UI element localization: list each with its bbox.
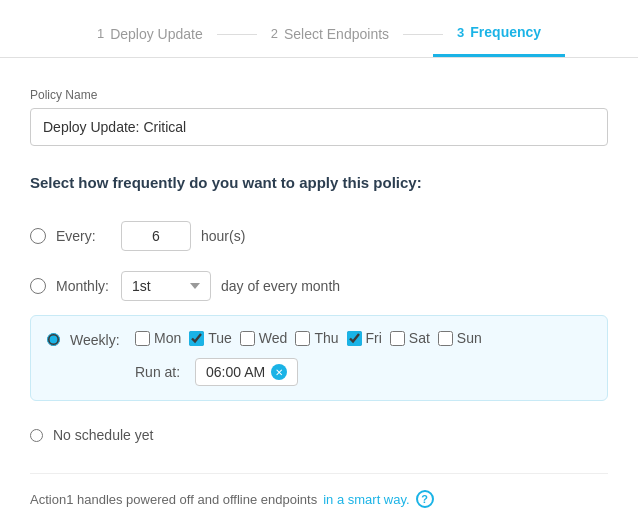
no-schedule-radio[interactable] [30, 429, 43, 442]
label-mon: Mon [154, 330, 181, 346]
time-value: 06:00 AM [206, 364, 265, 380]
every-option-row: Every: hour(s) [30, 211, 608, 261]
step-3-label: Frequency [470, 24, 541, 40]
run-at-label: Run at: [135, 364, 185, 380]
days-row: Mon Tue Wed Thu [135, 330, 482, 346]
monthly-suffix-label: day of every month [221, 278, 340, 294]
day-fri: Fri [347, 330, 382, 346]
every-label: Every: [56, 228, 111, 244]
days-checkboxes: Mon Tue Wed Thu [135, 330, 482, 386]
label-thu: Thu [314, 330, 338, 346]
weekly-option-row: Weekly: Mon Tue Wed [47, 330, 591, 386]
weekly-label: Weekly: [70, 330, 125, 348]
checkbox-fri[interactable] [347, 331, 362, 346]
monthly-label: Monthly: [56, 278, 111, 294]
day-mon: Mon [135, 330, 181, 346]
label-wed: Wed [259, 330, 288, 346]
no-schedule-row: No schedule yet [30, 417, 608, 453]
footer-link[interactable]: in a smart way. [323, 492, 409, 507]
monthly-option-row: Monthly: 1st 2nd 3rd 4th 5th 10th 15th 2… [30, 261, 608, 311]
time-clear-button[interactable]: ✕ [271, 364, 287, 380]
label-sun: Sun [457, 330, 482, 346]
footer-info: Action1 handles powered off and offline … [30, 473, 608, 508]
every-value-input[interactable] [121, 221, 191, 251]
label-sat: Sat [409, 330, 430, 346]
monthly-radio[interactable] [30, 278, 46, 294]
policy-name-field: Policy Name [30, 88, 608, 146]
frequency-title: Select how frequently do you want to app… [30, 174, 608, 191]
day-tue: Tue [189, 330, 232, 346]
checkbox-sun[interactable] [438, 331, 453, 346]
step-select-endpoints[interactable]: 2 Select Endpoints [247, 14, 413, 56]
step-frequency[interactable]: 3 Frequency [433, 12, 565, 57]
checkbox-sat[interactable] [390, 331, 405, 346]
policy-name-label: Policy Name [30, 88, 608, 102]
main-content: Policy Name Select how frequently do you… [0, 58, 638, 527]
footer-text-before: Action1 handles powered off and offline … [30, 492, 317, 507]
policy-name-input[interactable] [30, 108, 608, 146]
every-radio[interactable] [30, 228, 46, 244]
no-schedule-label: No schedule yet [53, 427, 153, 443]
day-thu: Thu [295, 330, 338, 346]
day-wed: Wed [240, 330, 288, 346]
checkbox-mon[interactable] [135, 331, 150, 346]
step-1-label: Deploy Update [110, 26, 203, 42]
help-icon[interactable]: ? [416, 490, 434, 508]
every-unit-label: hour(s) [201, 228, 245, 244]
day-sun: Sun [438, 330, 482, 346]
label-fri: Fri [366, 330, 382, 346]
checkbox-wed[interactable] [240, 331, 255, 346]
checkbox-tue[interactable] [189, 331, 204, 346]
checkbox-thu[interactable] [295, 331, 310, 346]
run-at-row: Run at: 06:00 AM ✕ [135, 358, 482, 386]
stepper: 1 Deploy Update 2 Select Endpoints 3 Fre… [0, 0, 638, 58]
step-3-number: 3 [457, 25, 464, 40]
monthly-day-select[interactable]: 1st 2nd 3rd 4th 5th 10th 15th 20th 25th … [121, 271, 211, 301]
step-2-number: 2 [271, 26, 278, 41]
day-sat: Sat [390, 330, 430, 346]
weekly-radio[interactable] [47, 333, 60, 346]
step-2-label: Select Endpoints [284, 26, 389, 42]
step-deploy-update[interactable]: 1 Deploy Update [73, 14, 227, 56]
label-tue: Tue [208, 330, 232, 346]
time-display[interactable]: 06:00 AM ✕ [195, 358, 298, 386]
step-1-number: 1 [97, 26, 104, 41]
weekly-box: Weekly: Mon Tue Wed [30, 315, 608, 401]
